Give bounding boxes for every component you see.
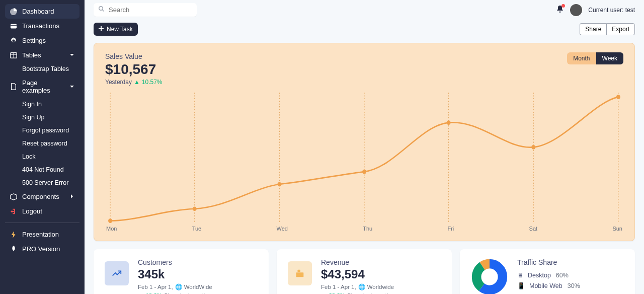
svg-point-18 xyxy=(447,120,451,125)
sidebar-item-tables[interactable]: Tables xyxy=(5,48,79,62)
revenue-title: Revenue xyxy=(321,258,394,266)
label: Logout xyxy=(22,207,42,215)
box-icon xyxy=(10,193,17,200)
sales-sub-label: Yesterday xyxy=(105,79,132,86)
notification-dot xyxy=(561,4,565,8)
sidebar-item-reset-password[interactable]: Reset password xyxy=(17,137,79,150)
traffic-share-card: Traffic Share 🖥Desktop60% 📱Mobile Web30%… xyxy=(460,249,635,294)
new-task-button[interactable]: New Task xyxy=(94,23,138,36)
sidebar-item-components[interactable]: Components xyxy=(5,189,79,204)
svg-point-17 xyxy=(362,170,366,174)
desktop-icon: 🖥 xyxy=(517,272,524,279)
caret-up-icon: ▲ xyxy=(134,79,140,86)
chevron-down-icon xyxy=(69,83,74,91)
sidebar-item-presentation[interactable]: Presentation xyxy=(5,227,79,242)
label: Page examples xyxy=(22,79,64,94)
cash-register-icon xyxy=(288,261,312,285)
traffic-item-desktop: 🖥Desktop60% xyxy=(517,270,580,280)
pages-submenu: Sign In Sign Up Forgot password Reset pa… xyxy=(5,98,79,189)
divider xyxy=(5,223,79,223)
search-icon xyxy=(99,6,105,14)
revenue-card: Revenue $43,594 Feb 1 - Apr 1, 🌐 Worldwi… xyxy=(277,249,452,294)
export-button[interactable]: Export xyxy=(606,23,635,35)
sales-value: $10,567 xyxy=(105,61,163,78)
sidebar-item-logout[interactable]: Logout xyxy=(5,204,79,218)
traffic-item-tablet: 💻Tablet Web10% xyxy=(517,291,580,294)
bolt-icon xyxy=(10,231,17,238)
customers-value: 345k xyxy=(138,267,212,281)
logout-icon xyxy=(10,208,17,215)
label: Components xyxy=(22,193,59,200)
plus-icon xyxy=(99,26,104,33)
svg-point-14 xyxy=(108,218,112,223)
credit-card-icon xyxy=(10,23,17,30)
search-box[interactable] xyxy=(94,3,197,17)
sales-chart xyxy=(105,93,623,224)
pie-chart-icon xyxy=(10,8,17,15)
share-export-group: Share Export xyxy=(580,23,635,35)
period-toggle: Month Week xyxy=(567,52,623,64)
current-user-label: Current user: test xyxy=(588,7,635,14)
sales-change: 10.57% xyxy=(142,79,163,86)
tables-submenu: Bootstrap Tables xyxy=(5,62,79,76)
traffic-list: 🖥Desktop60% 📱Mobile Web30% 💻Tablet Web10… xyxy=(517,270,580,294)
rocket-icon xyxy=(10,246,17,253)
svg-point-5 xyxy=(99,7,103,11)
sidebar-item-lock[interactable]: Lock xyxy=(17,150,79,163)
search-input[interactable] xyxy=(109,6,192,14)
customers-card: Customers 345k Feb 1 - Apr 1, 🌐 WorldWid… xyxy=(94,249,269,294)
label: Transactions xyxy=(22,22,59,30)
sales-value-card: Sales Value $10,567 Yesterday ▲ 10.57% M… xyxy=(94,43,635,241)
globe-icon: 🌐 xyxy=(175,283,182,290)
gear-icon xyxy=(10,37,17,44)
sidebar-item-dashboard[interactable]: Dashboard xyxy=(5,4,79,19)
sidebar-item-page-examples[interactable]: Page examples xyxy=(5,76,79,98)
svg-point-15 xyxy=(193,206,197,211)
chevron-down-icon xyxy=(69,51,74,59)
svg-rect-22 xyxy=(297,270,300,272)
customers-title: Customers xyxy=(138,258,212,266)
sidebar-item-forgot-password[interactable]: Forgot password xyxy=(17,124,79,137)
donut-chart xyxy=(471,258,508,294)
sales-title: Sales Value xyxy=(105,52,163,60)
chart-line-icon xyxy=(105,261,129,285)
svg-line-6 xyxy=(103,10,104,12)
notifications-button[interactable] xyxy=(556,5,564,15)
label: Settings xyxy=(22,37,46,44)
file-icon xyxy=(10,83,17,90)
svg-rect-21 xyxy=(296,272,304,277)
traffic-item-mobile: 📱Mobile Web30% xyxy=(517,280,580,291)
actionbar: New Task Share Export xyxy=(94,23,635,36)
traffic-title: Traffic Share xyxy=(517,258,580,266)
table-icon xyxy=(10,52,17,59)
sidebar-item-pro-version[interactable]: PRO Version xyxy=(5,242,79,256)
sidebar-item-settings[interactable]: Settings xyxy=(5,33,79,48)
globe-icon: 🌐 xyxy=(358,283,365,290)
label: Dashboard xyxy=(22,8,54,15)
svg-point-16 xyxy=(277,182,281,187)
label: Tables xyxy=(22,51,41,59)
mobile-icon: 📱 xyxy=(517,282,525,289)
sidebar-item-transactions[interactable]: Transactions xyxy=(5,19,79,33)
sidebar-item-sign-up[interactable]: Sign Up xyxy=(17,111,79,124)
chart-x-labels: Mon Tue Wed Thu Fri Sat Sun xyxy=(105,226,623,232)
share-button[interactable]: Share xyxy=(580,23,606,35)
revenue-value: $43,594 xyxy=(321,267,394,281)
sidebar-item-404[interactable]: 404 Not Found xyxy=(17,163,79,176)
svg-point-20 xyxy=(616,95,620,99)
avatar[interactable] xyxy=(570,4,582,16)
week-button[interactable]: Week xyxy=(596,52,623,64)
label: PRO Version xyxy=(22,245,60,253)
month-button[interactable]: Month xyxy=(567,52,596,64)
chevron-right-icon xyxy=(69,193,74,200)
stat-cards-row: Customers 345k Feb 1 - Apr 1, 🌐 WorldWid… xyxy=(94,249,635,294)
sidebar-item-500[interactable]: 500 Server Error xyxy=(17,176,79,189)
svg-rect-1 xyxy=(11,25,17,26)
sidebar-item-bootstrap-tables[interactable]: Bootstrap Tables xyxy=(17,62,79,76)
topbar: Current user: test xyxy=(94,3,635,17)
sidebar-item-sign-in[interactable]: Sign In xyxy=(17,98,79,111)
label: Presentation xyxy=(22,231,59,238)
svg-point-19 xyxy=(531,145,535,150)
label: Bootstrap Tables xyxy=(22,65,69,72)
sidebar: Dashboard Transactions Settings Tables B… xyxy=(0,0,85,294)
